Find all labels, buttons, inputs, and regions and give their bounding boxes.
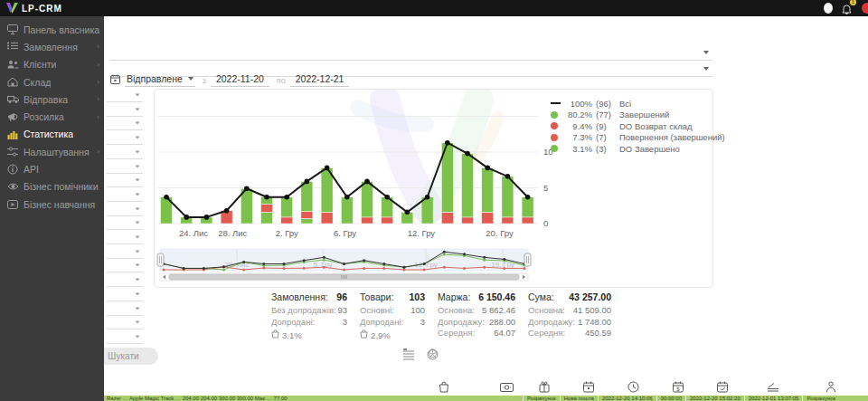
stat-row-label: Без допродажів:: [271, 305, 336, 317]
sidebar-item-0[interactable]: Панель власника: [0, 21, 104, 38]
sidebar-item-10[interactable]: Бізнес навчання: [0, 196, 104, 213]
chevron-right-icon: ›: [97, 113, 99, 121]
stat-margin: Маржа:6 150.46 Основна:5 862.46 Допродаж…: [438, 291, 515, 340]
sidebar-item-icon: [7, 59, 19, 71]
side-filter-select-15[interactable]: [107, 303, 143, 316]
chevron-down-icon: [188, 77, 193, 81]
chevron-down-icon: [136, 321, 140, 324]
calendar-check-icon[interactable]: [717, 380, 728, 396]
sidebar-item-icon: [7, 129, 19, 140]
bag-icon[interactable]: [439, 380, 449, 396]
legend-count: (96): [596, 99, 619, 109]
stat-row-label: Допродажу:: [438, 317, 485, 329]
side-filter-select-6[interactable]: [107, 175, 143, 187]
notifications-bell-icon[interactable]: 1: [842, 3, 853, 14]
sidebar-item-2[interactable]: Клієнти›: [0, 56, 104, 73]
table-row[interactable]: Razer … Apple Magic Track … 204.00 204.0…: [104, 396, 868, 401]
chevron-down-icon: [136, 136, 140, 138]
side-filter-select-7[interactable]: [107, 189, 143, 202]
sidebar-item-label: Клієнти: [24, 59, 56, 70]
date-type-select[interactable]: Відправлене: [125, 73, 195, 87]
sidebar-item-1[interactable]: Замовлення›: [0, 38, 104, 55]
legend-count: (7): [596, 132, 619, 142]
legend-pct: 9.4%: [563, 121, 592, 131]
bag-icon: [360, 329, 368, 340]
globe-icon[interactable]: [427, 348, 439, 364]
sidebar-item-3[interactable]: Склад›: [0, 73, 104, 91]
money-icon[interactable]: [500, 380, 514, 396]
legend-label: Всі: [619, 99, 631, 109]
date-to-input[interactable]: 2022-12-21: [290, 73, 350, 87]
legend-pct: 3.1%: [563, 144, 592, 154]
legend-item[interactable]: 80.2%(77)Завершений: [551, 110, 725, 121]
sidebar-item-9[interactable]: Бізнес помічники: [0, 178, 104, 196]
row-cell: Нова пошта: [560, 396, 598, 401]
stat-row-value: 1 748.00: [578, 317, 611, 329]
side-filter-select-13[interactable]: [107, 274, 143, 287]
date-from-input[interactable]: 2022-11-20: [211, 73, 269, 87]
side-filter-select-8[interactable]: [107, 204, 143, 216]
side-filter-select-9[interactable]: [107, 217, 143, 230]
filter-select-1[interactable]: [110, 45, 712, 61]
stat-row-value: 100: [410, 305, 425, 317]
calendar-dollar-icon[interactable]: $: [673, 380, 684, 396]
support-chat-icon[interactable]: [862, 3, 868, 14]
chevron-down-icon: [136, 292, 140, 295]
sidebar-item-4[interactable]: Відправка›: [0, 91, 104, 108]
legend-item[interactable]: 3.1%(3)DO Завершено: [551, 143, 725, 155]
side-filter-select-11[interactable]: [107, 246, 143, 259]
legend-label: DO Завершено: [619, 144, 680, 154]
side-filter-select-12[interactable]: [107, 260, 143, 272]
stat-title: Сума:: [528, 291, 554, 302]
sidebar-item-icon: [7, 181, 19, 193]
legend-item[interactable]: 7.3%(7)Повернення (завершений): [551, 132, 725, 144]
side-filter-select-14[interactable]: [107, 289, 143, 301]
chevron-down-icon: [136, 307, 140, 310]
chevron-down-icon: [136, 165, 140, 167]
logo-v-icon: [6, 3, 18, 14]
sidebar: Панель власникаЗамовлення›Клієнти›Склад›…: [0, 16, 104, 401]
side-filter-select-2[interactable]: [107, 118, 143, 130]
side-filter-select-16[interactable]: [107, 317, 143, 329]
calendar-icon[interactable]: [583, 380, 594, 396]
logo-text: LP-CRM: [22, 4, 62, 14]
stats-lines-icon[interactable]: [767, 380, 779, 396]
stat-row-value: 93: [337, 305, 347, 317]
side-filter-select-3[interactable]: [107, 132, 143, 145]
row-cell: 2022-12-20 14:10:06: [598, 396, 656, 401]
legend-item[interactable]: 9.4%(9)DO Возврат склад: [551, 120, 725, 132]
chevron-down-icon: [703, 67, 709, 71]
avatar[interactable]: [824, 3, 833, 14]
side-filter-select-5[interactable]: [107, 161, 143, 174]
chevron-down-icon: [136, 193, 140, 196]
legend-marker: [551, 102, 563, 104]
sidebar-item-7[interactable]: Налаштування›: [0, 143, 104, 160]
legend-item[interactable]: 100%(96)Всі: [551, 98, 725, 110]
gift-icon[interactable]: [539, 380, 550, 396]
side-filter-select-0[interactable]: [107, 90, 143, 102]
svg-text:20. Гру: 20. Гру: [486, 228, 514, 238]
legend-label: DO Возврат склад: [619, 121, 693, 131]
sidebar-item-6[interactable]: Статистика: [0, 126, 104, 143]
logo[interactable]: LP-CRM: [6, 3, 62, 14]
chevron-down-icon: [136, 150, 140, 153]
report-list-icon[interactable]: [402, 348, 415, 364]
chevron-down-icon: [136, 335, 140, 338]
side-filter-select-1[interactable]: [107, 104, 143, 117]
legend-count: (77): [596, 110, 619, 119]
clock-icon[interactable]: [627, 380, 639, 396]
sidebar-item-icon: [7, 24, 19, 35]
legend-count: (9): [596, 121, 619, 131]
stat-row-label: Допродані:: [271, 317, 315, 329]
topbar: LP-CRM 1: [0, 0, 868, 16]
sidebar-item-icon: [7, 164, 19, 176]
stat-row-label: Допродані:: [360, 317, 403, 329]
sidebar-item-8[interactable]: API: [0, 160, 104, 177]
side-filter-select-4[interactable]: [107, 147, 143, 159]
sidebar-item-5[interactable]: Розсилка›: [0, 108, 104, 125]
person-icon[interactable]: [826, 380, 836, 396]
side-filter-select-10[interactable]: [107, 232, 143, 244]
side-filter-select-17[interactable]: [107, 331, 143, 344]
stat-row-value: 3: [343, 317, 347, 329]
stat-row-label: Основна:: [438, 305, 475, 317]
